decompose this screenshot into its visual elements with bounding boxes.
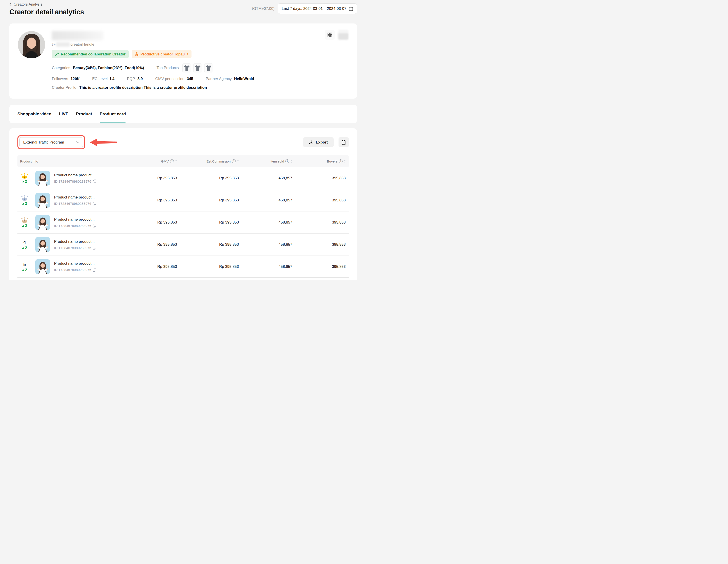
est-commission-value: Rp 395.853 bbox=[177, 220, 239, 225]
copy-icon[interactable] bbox=[93, 179, 96, 183]
profile-info: @ creatorHandle Recommended collaboratio… bbox=[52, 31, 348, 91]
product-text: Product name product... ID:1728467898028… bbox=[54, 195, 96, 206]
breadcrumb[interactable]: Creators Analysis bbox=[9, 2, 84, 6]
buyers-value: 395,853 bbox=[292, 198, 346, 202]
traffic-program-dropdown[interactable]: External Traffic Program bbox=[19, 137, 83, 147]
rank-badge: 4 4 2 bbox=[17, 239, 32, 250]
sort-carets-icon[interactable] bbox=[290, 160, 292, 163]
tab-label: Product bbox=[76, 111, 92, 116]
product-image bbox=[35, 171, 50, 185]
stat-label: PQP bbox=[127, 77, 135, 81]
question-circle-icon[interactable]: ? bbox=[285, 159, 289, 163]
product-info-cell[interactable]: Product name product... ID:1728467898028… bbox=[32, 193, 141, 208]
top-product-thumb[interactable] bbox=[182, 63, 191, 72]
creator-name-blurred bbox=[52, 31, 104, 40]
sort-carets-icon[interactable] bbox=[175, 160, 177, 163]
column-label: Buyers bbox=[327, 159, 337, 163]
est-commission-value: Rp 395.853 bbox=[177, 242, 239, 247]
question-circle-icon[interactable]: ? bbox=[170, 159, 174, 163]
rank-change-value: 2 bbox=[25, 246, 27, 250]
table-row[interactable]: 3 3 2 bbox=[17, 211, 349, 233]
tab[interactable]: LIVE bbox=[59, 105, 68, 123]
product-info-cell[interactable]: Product name product... ID:1728467898028… bbox=[32, 171, 141, 185]
creator-handle: @ creatorHandle bbox=[52, 42, 348, 47]
copy-icon[interactable] bbox=[93, 268, 96, 272]
top-right: (GTM+07:00) Last 7 days: 2024-03-01 – 20… bbox=[252, 3, 357, 14]
tab-label: LIVE bbox=[59, 111, 68, 116]
creator-profile-value: This is a creator profile description Th… bbox=[79, 85, 207, 90]
copy-icon[interactable] bbox=[93, 246, 96, 250]
product-id: ID:17284678980283976 bbox=[54, 179, 91, 183]
export-button[interactable]: Export bbox=[303, 137, 334, 147]
qr-code-button[interactable] bbox=[325, 30, 335, 40]
est-commission-value: Rp 395.853 bbox=[177, 176, 239, 180]
stat-label: GMV per session bbox=[155, 77, 184, 81]
copy-icon[interactable] bbox=[93, 202, 96, 205]
chevron-down-icon bbox=[76, 141, 79, 143]
product-info-cell[interactable]: Product name product... ID:1728467898028… bbox=[32, 215, 141, 230]
money-bag-icon: $ bbox=[135, 52, 139, 56]
clipboard-button[interactable] bbox=[339, 137, 349, 147]
product-name: Product name product... bbox=[54, 217, 96, 222]
product-text: Product name product... ID:1728467898028… bbox=[54, 173, 96, 183]
table-row[interactable]: 1 1 2 bbox=[17, 167, 349, 189]
product-name: Product name product... bbox=[54, 173, 96, 177]
creator-profile-card: @ creatorHandle Recommended collaboratio… bbox=[9, 23, 357, 99]
rank-badge: 3 3 2 bbox=[17, 217, 32, 228]
tab[interactable]: Product bbox=[76, 105, 92, 123]
est-commission-value: Rp 395.853 bbox=[177, 264, 239, 269]
gmv-value: Rp 395.853 bbox=[141, 176, 177, 180]
red-arrow-annotation bbox=[90, 138, 117, 147]
blurred-icon[interactable] bbox=[338, 30, 348, 40]
column-header-item-sold[interactable]: Item sold ? bbox=[239, 159, 292, 163]
product-info-cell[interactable]: Product name product... ID:1728467898028… bbox=[32, 259, 141, 274]
productive-creator-badge[interactable]: $ Productive creator Top10 bbox=[132, 50, 191, 58]
question-circle-icon[interactable]: ? bbox=[339, 159, 343, 163]
stat-value: L4 bbox=[110, 77, 114, 81]
tab[interactable]: Product card bbox=[100, 105, 126, 123]
product-info-cell[interactable]: Product name product... ID:1728467898028… bbox=[32, 237, 141, 252]
product-id: ID:17284678980283976 bbox=[54, 202, 91, 206]
product-card-panel: External Traffic Program Export bbox=[9, 128, 357, 279]
column-header-gmv[interactable]: GMV ? bbox=[141, 159, 177, 163]
crown-icon: 1 bbox=[21, 173, 28, 179]
sort-carets-icon[interactable] bbox=[344, 160, 346, 163]
rank-cell: 2 2 2 bbox=[17, 195, 32, 206]
column-header-buyers[interactable]: Buyers ? bbox=[292, 159, 346, 163]
up-triangle-icon bbox=[22, 269, 24, 271]
column-label: Item sold bbox=[270, 159, 284, 163]
stat-label: Partner Agency bbox=[206, 77, 232, 81]
table-header: Product Info GMV ? Est.Commission ? Item… bbox=[17, 155, 349, 167]
question-circle-icon[interactable]: ? bbox=[232, 159, 236, 163]
date-range-picker[interactable]: Last 7 days: 2024-03-01 – 2024-03-07 bbox=[278, 3, 357, 14]
stat-item: Followers 120K bbox=[52, 77, 80, 81]
column-header-product-info: Product Info bbox=[17, 159, 141, 163]
rank-number: 4 bbox=[23, 239, 26, 246]
stat-value: 120K bbox=[71, 77, 80, 81]
recommended-badge-label: Recommended collaboration Creator bbox=[61, 52, 126, 56]
table-row[interactable]: 2 2 2 bbox=[17, 189, 349, 211]
chevron-left-icon bbox=[9, 3, 12, 6]
rank-number: 5 bbox=[23, 261, 26, 268]
column-header-est-commission[interactable]: Est.Commission ? bbox=[177, 159, 239, 163]
product-image bbox=[35, 193, 50, 208]
copy-icon[interactable] bbox=[93, 224, 96, 227]
categories-label: Categories bbox=[52, 66, 70, 70]
product-id-row: ID:17284678980283976 bbox=[54, 246, 96, 250]
stat-label: EC Level bbox=[92, 77, 107, 81]
top-product-thumb[interactable] bbox=[204, 63, 213, 72]
table-row[interactable]: 5 5 2 bbox=[17, 256, 349, 278]
up-triangle-icon bbox=[22, 203, 24, 204]
table-row[interactable]: 4 4 2 bbox=[17, 233, 349, 256]
product-id-row: ID:17284678980283976 bbox=[54, 224, 96, 228]
sort-carets-icon[interactable] bbox=[237, 160, 239, 163]
crown-icon: 3 bbox=[21, 217, 28, 223]
analytics-tabs: Shoppable video LIVE Product Product car… bbox=[9, 105, 357, 123]
product-id-row: ID:17284678980283976 bbox=[54, 268, 96, 272]
handle-text: creatorHandle bbox=[70, 42, 94, 47]
page-title: Creator detail analytics bbox=[9, 8, 84, 16]
tab[interactable]: Shoppable video bbox=[17, 105, 51, 123]
creator-profile-label: Creator Profile bbox=[52, 85, 76, 90]
top-product-thumb[interactable] bbox=[193, 63, 202, 72]
crown-icon: 2 bbox=[21, 195, 28, 201]
